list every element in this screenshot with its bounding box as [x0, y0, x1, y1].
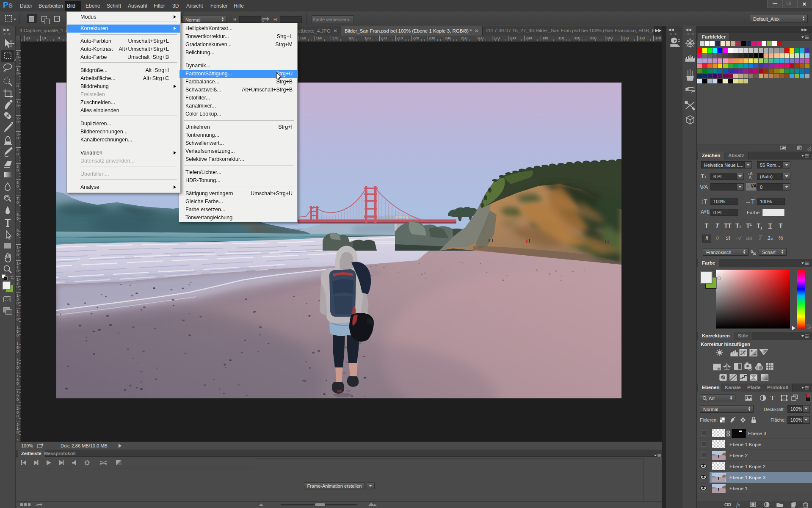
svg-text:fx: fx	[736, 501, 740, 508]
svg-text:T: T	[771, 395, 775, 401]
